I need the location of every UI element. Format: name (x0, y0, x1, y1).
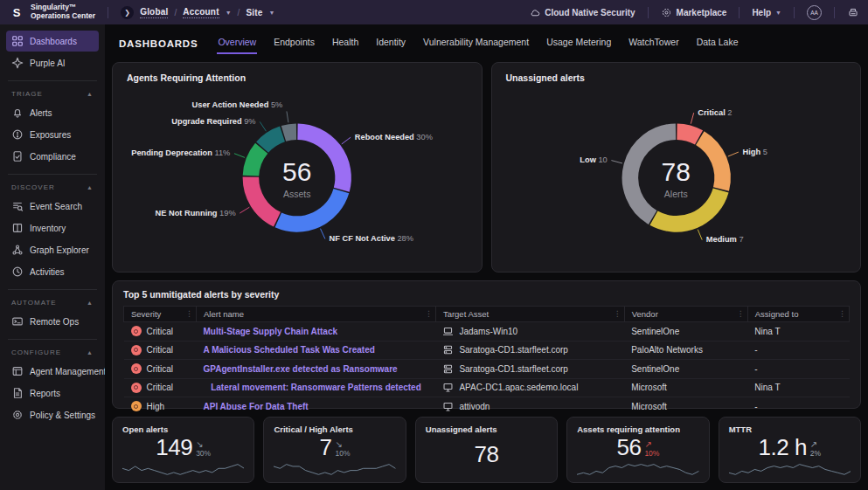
sidebar-item-exposures[interactable]: Exposures (6, 124, 99, 145)
sidebar-item-agent-management[interactable]: Agent Management (6, 361, 99, 382)
sidebar-divider (8, 339, 97, 340)
donut-slice-upgrade-required[interactable] (262, 134, 282, 147)
collapse-chevron-icon[interactable]: ▲ (87, 300, 94, 306)
collapse-chevron-icon[interactable]: ▲ (87, 91, 94, 97)
divider (834, 7, 835, 18)
sidebar-item-label: Policy & Settings (30, 411, 95, 420)
tab-watchtower[interactable]: WatchTower (628, 33, 679, 54)
alert-name-link[interactable]: API Abuse For Data Theft (204, 402, 309, 411)
sidebar-item-reports[interactable]: Reports (6, 383, 99, 404)
sidebar-item-purple-ai[interactable]: Purple AI (6, 52, 99, 73)
donut-slice-high[interactable] (699, 138, 722, 189)
chart-title: Agents Requiring Attention (127, 72, 468, 83)
console-button[interactable] (847, 7, 859, 18)
table-cell: Nina T (747, 322, 849, 342)
scope-account-link[interactable]: Account (183, 7, 219, 18)
sidebar-item-graph-explorer[interactable]: Graph Explorer (6, 239, 99, 260)
scope-site-link[interactable]: Site (246, 8, 262, 17)
sidebar-item-policy-settings[interactable]: Policy & Settings (6, 404, 99, 425)
column-menu-icon[interactable]: ⋮ (425, 309, 433, 318)
sidebar-item-activities[interactable]: Activities (6, 261, 99, 282)
donut-slice-nf-cf-not-active[interactable] (278, 191, 341, 224)
donut-slice-medium[interactable] (653, 190, 720, 224)
stat-card-assets-requiring-attention[interactable]: Assets requiring attention56↗10% (566, 417, 709, 483)
sidebar: DashboardsPurple AITRIAGE▲AlertsExposure… (0, 24, 105, 490)
trend-percent: 30% (196, 450, 211, 458)
sparkline-chart (274, 461, 395, 475)
column-header-assigned-to[interactable]: Assigned to⋮ (747, 307, 849, 322)
help-menu[interactable]: Help ▼ (752, 8, 781, 17)
sidebar-item-remote-ops[interactable]: Remote Ops (6, 311, 99, 332)
stat-value: 149 (156, 434, 192, 461)
sidebar-item-compliance[interactable]: Compliance (6, 146, 99, 167)
assigned-to-label: - (754, 402, 757, 411)
leader-line (260, 121, 266, 131)
tab-overview[interactable]: Overview (217, 33, 257, 54)
table-cell: attivodn (435, 397, 624, 416)
tab-identity[interactable]: Identity (375, 33, 406, 54)
divider (648, 7, 649, 18)
column-header-alert-name[interactable]: Alert name⋮ (197, 307, 436, 322)
top-bar: S Singularity™ Operations Center ❯ Globa… (0, 0, 868, 24)
marketplace-button[interactable]: Marketplace (661, 7, 727, 18)
donut-slice-pending-deprecation[interactable] (251, 148, 261, 176)
table-row: CriticalA Malicious Scheduled Task Was C… (124, 341, 850, 360)
alert-name-link[interactable]: Lateral movement: Ransomware Patterns de… (211, 383, 421, 392)
sidebar-item-dashboards[interactable]: Dashboards (6, 31, 99, 52)
alert-name-link[interactable]: A Malicious Scheduled Task Was Created (204, 345, 375, 355)
donut-slice-critical[interactable] (677, 132, 698, 138)
sidebar-item-label: Event Search (30, 202, 82, 211)
user-avatar[interactable]: AA (807, 5, 822, 20)
sidebar-item-event-search[interactable]: Event Search (6, 196, 99, 217)
stat-value: 7 (320, 434, 332, 461)
column-menu-icon[interactable]: ⋮ (614, 309, 621, 318)
sidebar-item-label: Graph Explorer (30, 245, 89, 255)
scope-global-link[interactable]: Global (140, 7, 168, 18)
table-row: CriticalMulti-Stage Supply Chain AttackJ… (124, 322, 850, 342)
column-header-vendor[interactable]: Vendor⋮ (624, 307, 747, 322)
tab-vulnerability-management[interactable]: Vulnerability Management (422, 33, 530, 54)
donut-slice-reboot-needed[interactable] (297, 132, 343, 190)
sidebar-section-configure: CONFIGURE▲ (6, 346, 99, 361)
tab-data-lake[interactable]: Data Lake (696, 33, 740, 54)
leader-line (611, 161, 622, 163)
column-header-severity[interactable]: Severity⋮ (124, 307, 197, 322)
sparkline-chart (577, 461, 698, 475)
slice-label: Critical 2 (698, 108, 732, 117)
agents-attention-card: Agents Requiring Attention Reboot Needed… (112, 62, 483, 273)
slice-label: High 5 (742, 148, 767, 156)
stat-card-critical-high-alerts[interactable]: Critical / High Alerts7↘10% (263, 417, 406, 483)
leader-line (320, 229, 324, 239)
stat-card-open-alerts[interactable]: Open alerts149↘30% (112, 417, 254, 483)
sidebar-section-discover: DISCOVER▲ (6, 181, 99, 196)
cloud-native-security-button[interactable]: Cloud Native Security (529, 7, 635, 18)
slice-label: Low 10 (580, 155, 607, 164)
tab-usage-metering[interactable]: Usage Metering (545, 33, 612, 54)
scope-toggle-icon[interactable]: ❯ (121, 6, 134, 19)
collapse-chevron-icon[interactable]: ▲ (87, 184, 94, 190)
chevron-down-icon[interactable]: ▼ (269, 10, 275, 16)
sidebar-divider (8, 289, 97, 290)
column-menu-icon[interactable]: ⋮ (737, 309, 745, 318)
donut-slice-user-action-needed[interactable] (283, 132, 296, 134)
tab-endpoints[interactable]: Endpoints (273, 33, 316, 54)
collapse-chevron-icon[interactable]: ▲ (87, 349, 94, 355)
tab-health[interactable]: Health (331, 33, 359, 54)
chevron-down-icon[interactable]: ▼ (226, 10, 232, 16)
alert-name-link[interactable]: Multi-Stage Supply Chain Attack (204, 327, 338, 336)
table-cell: - (747, 360, 849, 379)
stat-card-mttr[interactable]: MTTR1.2 h↗2% (719, 417, 861, 483)
column-header-target-asset[interactable]: Target Asset⋮ (435, 307, 624, 322)
vendor-label: SentinelOne (631, 327, 679, 336)
sidebar-item-inventory[interactable]: Inventory (6, 217, 99, 238)
alert-name-link[interactable]: GPAgentInstaller.exe detected as Ransomw… (204, 364, 398, 374)
column-menu-icon[interactable]: ⋮ (185, 309, 193, 318)
sidebar-section-triage: TRIAGE▲ (6, 87, 99, 102)
donut-slice-low[interactable] (629, 132, 675, 217)
stat-card-unassigned-alerts[interactable]: Unassigned alerts78 (415, 417, 558, 483)
column-menu-icon[interactable]: ⋮ (838, 309, 846, 318)
critical-severity-icon (131, 345, 142, 355)
sidebar-item-alerts[interactable]: Alerts (6, 102, 99, 123)
donut-slice-ne-not-running[interactable] (251, 177, 277, 220)
slice-label: Pending Deprecation 11% (131, 149, 230, 158)
